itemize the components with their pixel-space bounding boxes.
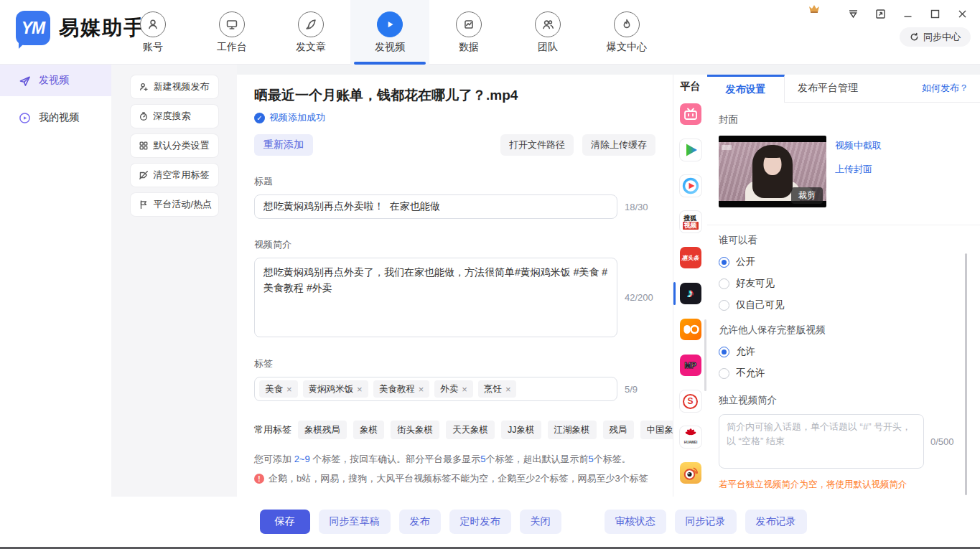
radio-label: 允许 [736,345,755,358]
sync-center-button[interactable]: 同步中心 [900,27,971,47]
independent-desc-textarea[interactable] [719,414,924,469]
platform-icon-haokan-video[interactable] [680,175,701,197]
platform-activity-button[interactable]: 平台活动/热点 [131,193,218,216]
tag-chip: 黄焖鸡米饭× [303,380,368,398]
sogou-icon: S [683,394,698,409]
nav-item-workbench[interactable]: 工作台 [192,0,271,65]
platform-icon-meipai[interactable]: MP [680,355,701,376]
nav-item-hot-center[interactable]: 爆文中心 [587,0,666,65]
upload-cover-link[interactable]: 上传封面 [835,163,882,176]
hint-highlight: 2~9 [294,454,310,464]
common-tag-chip[interactable]: 象棋残局 [298,421,347,439]
desc-textarea[interactable]: 想吃黄焖鸡别再点外卖了，我们在家也能做，方法很简单#黄焖鸡米饭 #美食 #美食教… [254,258,617,337]
remove-tag-icon[interactable]: × [462,384,467,395]
allow-save-option-deny[interactable]: 不允许 [719,367,969,380]
cover-thumbnail[interactable]: 裁剪 [719,136,826,207]
platform-icon-huitoutiao[interactable]: 惠头条 [680,247,701,268]
default-category-button[interactable]: 默认分类设置 [131,134,218,157]
sync-records-button[interactable]: 同步记录 [675,510,737,534]
new-video-publish-button[interactable]: 新建视频发布 [131,75,218,98]
sync-to-draft-button[interactable]: 同步至草稿 [319,510,391,534]
platform-icon-bilibili[interactable] [680,103,701,125]
save-button[interactable]: 保存 [260,510,310,534]
header: YM 易媒助手 账号 工作台 发文章 [0,0,980,65]
platform-icon-weibo[interactable] [680,462,701,484]
remove-tag-icon[interactable]: × [357,384,363,395]
huitoutiao-icon-text: 惠头条 [682,254,699,262]
tab-publish-settings[interactable]: 发布设置 [707,75,785,103]
independent-desc-row: 0/500 [719,414,969,469]
radio-selected-icon[interactable] [719,257,729,268]
radio-icon[interactable] [719,278,729,289]
readd-video-button[interactable]: 重新添加 [254,134,313,156]
clear-common-tags-button[interactable]: 清空常用标签 [131,164,218,187]
common-tag-chip[interactable]: 残局 [603,421,634,439]
independent-desc-label: 独立视频简介 [719,394,969,407]
title-input[interactable] [254,194,617,219]
minimize-button[interactable] [900,6,915,22]
nav-item-account[interactable]: 账号 [113,0,192,65]
common-tag-chip[interactable]: 天天象棋 [446,421,495,439]
sidebar: 发视频 我的视频 [0,65,111,497]
tab-platform-management[interactable]: 发布平台管理 [785,75,871,102]
radio-icon[interactable] [719,368,729,379]
platform-icon-kuaishou[interactable] [680,319,701,340]
boss-key-icon[interactable] [845,6,861,22]
review-status-button[interactable]: 审核状态 [605,510,666,534]
common-tag-chip[interactable]: 江湖象棋 [548,421,597,439]
left-tool-panel: 新建视频发布 深度搜索 默认分类设置 清空常用标签 平台活动/热点 [111,65,237,497]
tag-text: 外卖 [440,383,458,395]
radio-label: 公开 [736,255,755,268]
sidebar-item-post-video[interactable]: 发视频 [0,65,111,96]
main-form: 晒最近一个月账单，钱都花在哪儿了？.mp4 ✓ 视频添加成功 重新添加 打开文件… [237,75,673,497]
sohu-icon-text-top: 搜狐 [684,215,697,222]
common-tag-chip[interactable]: 象棋 [353,421,384,439]
nav-item-data[interactable]: 数据 [429,0,508,65]
remove-tag-icon[interactable]: × [505,384,511,395]
platform-icon-sohu-video[interactable]: 搜狐 视频 [680,211,701,233]
button-label: 清空常用标签 [154,169,210,182]
capture-from-video-link[interactable]: 视频中截取 [835,139,882,152]
screenshot-icon[interactable] [872,6,888,22]
how-to-publish-link[interactable]: 如何发布？ [922,75,980,102]
platform-icon-huawei[interactable]: HUAWEI [680,426,701,448]
tags-counter: 5/9 [625,384,638,395]
common-tag-chip[interactable]: JJ象棋 [501,421,541,439]
schedule-publish-button[interactable]: 定时发布 [449,510,511,534]
platform-icon-douyin[interactable]: ♪ [680,283,701,304]
visibility-option-public[interactable]: 公开 [719,255,969,268]
hint-highlight: 5 [480,454,485,464]
radio-icon[interactable] [719,300,729,311]
tags-input[interactable]: 美食× 黄焖鸡米饭× 美食教程× 外卖× 烹饪× [254,377,617,401]
nav-item-post-video[interactable]: 发视频 [350,0,429,65]
close-button[interactable] [954,6,970,22]
user-plus-icon [139,82,149,92]
sidebar-item-my-videos[interactable]: 我的视频 [0,102,111,133]
platform-scrollbar[interactable] [704,319,706,391]
radio-selected-icon[interactable] [719,347,729,357]
platform-icon-sogou[interactable]: S [680,390,701,412]
remove-tag-icon[interactable]: × [419,384,424,395]
nav-item-team[interactable]: 团队 [508,0,587,65]
deep-search-button[interactable]: 深度搜索 [131,105,218,128]
flag-icon [139,200,149,210]
close-button-bottom[interactable]: 关闭 [520,510,561,534]
crop-button[interactable]: 裁剪 [791,187,823,204]
platform-icon-tencent-video[interactable] [680,139,701,161]
right-panel-scrollbar[interactable] [965,253,967,495]
clear-upload-cache-button[interactable]: 清除上传缓存 [582,134,655,156]
title-counter: 18/30 [625,202,648,212]
visibility-option-private[interactable]: 仅自己可见 [719,299,969,311]
nav-label: 团队 [538,41,558,54]
maximize-button[interactable] [927,6,943,22]
publish-button[interactable]: 发布 [399,510,441,534]
nav-item-post-article[interactable]: 发文章 [271,0,350,65]
allow-save-option-allow[interactable]: 允许 [719,345,969,358]
visibility-option-friends[interactable]: 好友可见 [719,277,969,290]
radio-label: 仅自己可见 [736,299,785,311]
publish-records-button[interactable]: 发布记录 [745,510,807,534]
remove-tag-icon[interactable]: × [286,384,292,395]
common-tag-chip[interactable]: 街头象棋 [391,421,439,439]
huawei-icon-text: HUAWEI [683,441,696,444]
open-file-path-button[interactable]: 打开文件路径 [500,134,574,156]
